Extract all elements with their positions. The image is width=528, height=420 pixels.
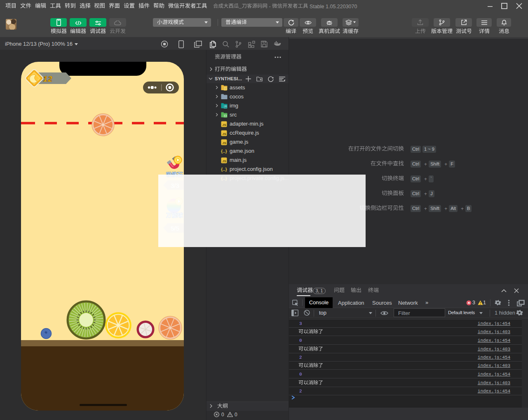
svg-text:{..}: {..} — [221, 149, 227, 154]
svg-text:JS: JS — [222, 132, 226, 136]
svg-text:JS: JS — [222, 141, 226, 145]
svg-text:{..}: {..} — [221, 167, 227, 172]
svg-text:12: 12 — [43, 75, 53, 83]
svg-text:JS: JS — [222, 123, 226, 127]
svg-text:JS: JS — [222, 159, 226, 163]
